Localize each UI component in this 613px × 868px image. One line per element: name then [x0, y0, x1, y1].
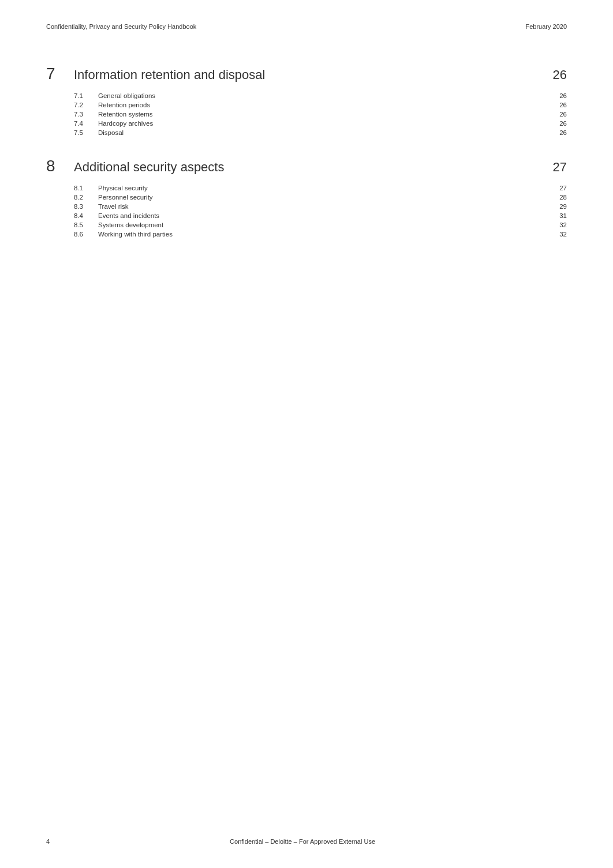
item-number-8.3: 8.3	[74, 203, 90, 210]
chapter-left-8: 8Additional security aspects	[46, 157, 224, 175]
item-left-7.2: 7.2Retention periods	[74, 102, 150, 108]
item-number-7.3: 7.3	[74, 111, 90, 118]
item-page-7.3: 26	[559, 111, 567, 118]
item-title-7.2: Retention periods	[98, 102, 150, 108]
toc-container: 7Information retention and disposal267.1…	[46, 65, 567, 238]
toc-item-8.3: 8.3Travel risk29	[74, 203, 567, 210]
toc-item-8.2: 8.2Personnel security28	[74, 194, 567, 201]
item-left-8.5: 8.5Systems development	[74, 221, 163, 228]
toc-item-8.5: 8.5Systems development32	[74, 221, 567, 228]
item-number-8.6: 8.6	[74, 231, 90, 238]
item-title-8.4: Events and incidents	[98, 212, 159, 219]
item-title-7.1: General obligations	[98, 92, 155, 99]
chapter-page-7: 26	[553, 67, 567, 82]
chapter-title-7: Information retention and disposal	[74, 67, 265, 82]
item-page-8.6: 32	[559, 231, 567, 238]
item-number-8.5: 8.5	[74, 221, 90, 228]
footer-center-text: Confidential – Deloitte – For Approved E…	[50, 838, 555, 845]
toc-item-7.1: 7.1General obligations26	[74, 92, 567, 99]
item-title-7.4: Hardcopy archives	[98, 120, 153, 127]
item-number-7.2: 7.2	[74, 102, 90, 108]
item-page-8.2: 28	[559, 194, 567, 201]
item-number-7.4: 7.4	[74, 120, 90, 127]
item-page-7.2: 26	[559, 102, 567, 108]
toc-item-7.3: 7.3Retention systems26	[74, 111, 567, 118]
chapter-left-7: 7Information retention and disposal	[46, 65, 265, 83]
header-date: February 2020	[525, 23, 567, 30]
item-left-8.3: 8.3Travel risk	[74, 203, 129, 210]
chapter-number-7: 7	[46, 65, 63, 83]
item-title-8.6: Working with third parties	[98, 231, 173, 238]
item-number-8.1: 8.1	[74, 185, 90, 191]
item-left-7.3: 7.3Retention systems	[74, 111, 153, 118]
item-left-7.5: 7.5Disposal	[74, 129, 124, 136]
item-page-7.4: 26	[559, 120, 567, 127]
item-number-7.5: 7.5	[74, 129, 90, 136]
item-page-8.5: 32	[559, 221, 567, 228]
toc-item-8.4: 8.4Events and incidents31	[74, 212, 567, 219]
toc-item-8.1: 8.1Physical security27	[74, 185, 567, 191]
item-number-8.2: 8.2	[74, 194, 90, 201]
toc-section-8: 8Additional security aspects278.1Physica…	[46, 157, 567, 238]
chapter-items-7: 7.1General obligations267.2Retention per…	[74, 92, 567, 136]
page-header: Confidentiality, Privacy and Security Po…	[46, 23, 567, 30]
chapter-number-8: 8	[46, 157, 63, 175]
chapter-page-8: 27	[553, 160, 567, 175]
item-title-7.5: Disposal	[98, 129, 124, 136]
item-title-8.2: Personnel security	[98, 194, 153, 201]
item-left-8.2: 8.2Personnel security	[74, 194, 153, 201]
item-page-7.1: 26	[559, 92, 567, 99]
item-title-7.3: Retention systems	[98, 111, 153, 118]
item-page-7.5: 26	[559, 129, 567, 136]
item-title-8.5: Systems development	[98, 221, 163, 228]
item-page-8.3: 29	[559, 203, 567, 210]
toc-item-7.2: 7.2Retention periods26	[74, 102, 567, 108]
item-left-7.1: 7.1General obligations	[74, 92, 155, 99]
toc-item-7.5: 7.5Disposal26	[74, 129, 567, 136]
toc-item-7.4: 7.4Hardcopy archives26	[74, 120, 567, 127]
toc-section-7: 7Information retention and disposal267.1…	[46, 65, 567, 136]
chapter-title-8: Additional security aspects	[74, 160, 224, 175]
toc-item-8.6: 8.6Working with third parties32	[74, 231, 567, 238]
page: Confidentiality, Privacy and Security Po…	[0, 0, 613, 868]
item-page-8.1: 27	[559, 185, 567, 191]
page-footer: 4 Confidential – Deloitte – For Approved…	[46, 838, 567, 845]
header-document-title: Confidentiality, Privacy and Security Po…	[46, 23, 196, 30]
chapter-items-8: 8.1Physical security278.2Personnel secur…	[74, 185, 567, 238]
item-number-8.4: 8.4	[74, 212, 90, 219]
item-left-8.1: 8.1Physical security	[74, 185, 148, 191]
chapter-row-7: 7Information retention and disposal26	[46, 65, 567, 83]
item-number-7.1: 7.1	[74, 92, 90, 99]
item-left-8.4: 8.4Events and incidents	[74, 212, 159, 219]
item-left-8.6: 8.6Working with third parties	[74, 231, 173, 238]
item-page-8.4: 31	[559, 212, 567, 219]
item-left-7.4: 7.4Hardcopy archives	[74, 120, 153, 127]
chapter-row-8: 8Additional security aspects27	[46, 157, 567, 175]
item-title-8.1: Physical security	[98, 185, 148, 191]
item-title-8.3: Travel risk	[98, 203, 129, 210]
